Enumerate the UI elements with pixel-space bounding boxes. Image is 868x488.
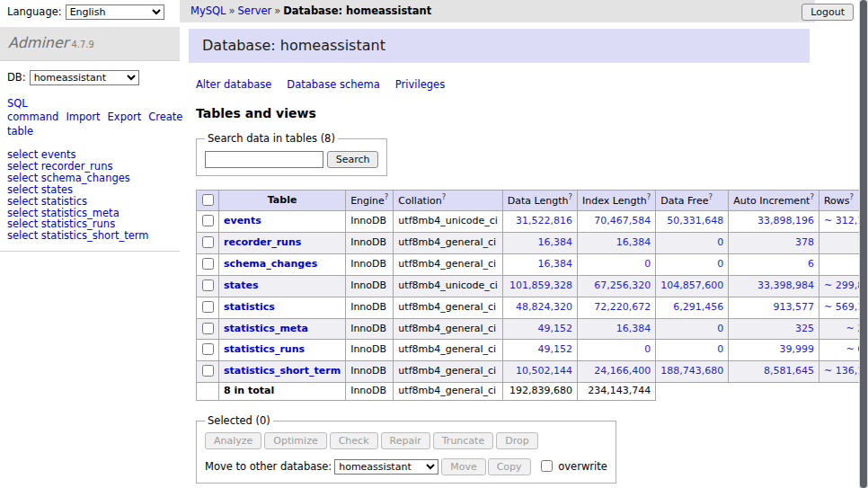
data-length-cell[interactable]: 49,152 [502, 318, 577, 340]
language-bar: Language:English [7, 4, 164, 20]
auto-increment-cell[interactable]: 39,999 [729, 340, 819, 361]
totals-index-length: 234,143,744 [578, 383, 656, 401]
row-checkbox[interactable] [202, 323, 214, 334]
column-help-link[interactable]: Collation [398, 195, 441, 207]
copy-button[interactable]: Copy [488, 458, 531, 475]
sidebar-action-link[interactable]: Export [108, 111, 142, 123]
move-db-select[interactable]: homeassistant [334, 459, 438, 475]
auto-increment-cell[interactable]: 6 [729, 254, 819, 276]
table-row: states InnoDB utf8mb4_unicode_ci 101,859… [197, 275, 868, 297]
db-select[interactable]: homeassistant [30, 70, 139, 85]
data-free-cell[interactable]: 0 [656, 233, 729, 254]
table-name-link[interactable]: statistics_runs [224, 343, 305, 355]
overwrite-option[interactable]: overwrite [537, 460, 607, 473]
row-checkbox[interactable] [202, 365, 214, 377]
row-check-cell [197, 233, 219, 254]
column-help-link[interactable]: Engine [350, 195, 385, 207]
table-name-link[interactable]: schema_changes [224, 258, 317, 270]
breadcrumb-separator: » [274, 4, 280, 17]
logout-button[interactable]: Logout [802, 4, 854, 21]
auto-increment-cell[interactable]: 8,581,645 [729, 361, 819, 383]
sidebar-action-link[interactable]: Import [66, 111, 100, 123]
collation-cell: utf8mb4_general_ci [394, 340, 502, 361]
row-checkbox[interactable] [202, 258, 214, 270]
scrollbar-thumb[interactable] [860, 0, 867, 488]
breadcrumb-server-link[interactable]: Server [238, 4, 272, 17]
row-checkbox[interactable] [202, 343, 214, 355]
table-name-link[interactable]: events [224, 215, 261, 226]
app-version: 4.7.9 [71, 40, 93, 49]
table-operation-button[interactable]: Repair [381, 432, 430, 449]
row-checkbox[interactable] [202, 279, 214, 291]
search-input[interactable] [205, 151, 323, 168]
row-checkbox[interactable] [202, 301, 214, 313]
data-length-cell[interactable]: 101,859,328 [502, 275, 577, 297]
table-name-link[interactable]: recorder_runs [224, 236, 301, 248]
sidebar: Adminer4.7.9 DB:homeassistant SQL comman… [0, 27, 180, 252]
index-length-cell[interactable]: 72,220,672 [578, 297, 656, 318]
data-length-cell[interactable]: 10,502,144 [502, 361, 577, 383]
row-checkbox[interactable] [202, 236, 214, 248]
table-name-link[interactable]: states [224, 279, 259, 291]
table-operation-button[interactable]: Truncate [433, 432, 493, 449]
data-free-cell[interactable]: 50,331,648 [656, 211, 729, 233]
column-help-link[interactable]: Index Length [582, 195, 647, 207]
index-length-cell[interactable]: 24,166,400 [578, 361, 656, 383]
auto-increment-cell[interactable]: 378 [729, 233, 819, 254]
engine-cell: InnoDB [346, 211, 394, 233]
collation-cell: utf8mb4_unicode_ci [394, 211, 502, 233]
auto-increment-cell[interactable]: 33,398,984 [729, 275, 819, 297]
column-header: Auto Increment? [729, 190, 819, 211]
move-button[interactable]: Move [441, 458, 486, 475]
adminer-logo-link[interactable]: Adminer [8, 34, 68, 51]
data-free-cell[interactable]: 0 [656, 318, 729, 340]
vertical-scrollbar[interactable] [859, 0, 868, 488]
column-help-link[interactable]: Data Length [508, 195, 569, 207]
language-select[interactable]: English [66, 4, 164, 20]
table-name-cell: schema_changes [219, 254, 346, 276]
select-table-link[interactable]: select [7, 229, 38, 242]
table-operation-button[interactable]: Optimize [264, 432, 326, 449]
db-action-link[interactable]: Alter database [196, 78, 271, 91]
column-help-link[interactable]: Data Free [660, 195, 708, 207]
row-checkbox[interactable] [202, 215, 214, 226]
overwrite-checkbox[interactable] [541, 460, 553, 472]
index-length-cell[interactable]: 0 [578, 340, 656, 361]
data-free-cell[interactable]: 188,743,680 [656, 361, 729, 383]
table-structure-link[interactable]: statistics_short_term [41, 229, 149, 242]
table-operation-button[interactable]: Analyze [205, 432, 261, 449]
sidebar-action-link[interactable]: SQL command [7, 97, 58, 124]
search-legend: Search data in tables (8) [205, 132, 338, 146]
data-free-cell[interactable]: 0 [656, 254, 729, 276]
search-button[interactable]: Search [327, 151, 379, 168]
breadcrumb-mysql-link[interactable]: MySQL [190, 4, 226, 17]
auto-increment-cell[interactable]: 913,577 [729, 297, 819, 318]
table-row: statistics InnoDB utf8mb4_general_ci 48,… [197, 297, 868, 318]
table-name-link[interactable]: statistics [224, 301, 275, 313]
data-free-cell[interactable]: 6,291,456 [656, 297, 729, 318]
data-length-cell[interactable]: 16,384 [502, 233, 577, 254]
table-operation-button[interactable]: Check [330, 432, 378, 449]
table-operation-button[interactable]: Drop [496, 432, 537, 449]
db-action-link[interactable]: Privileges [395, 78, 445, 91]
index-length-cell[interactable]: 67,256,320 [578, 275, 656, 297]
index-length-cell[interactable]: 70,467,584 [578, 211, 656, 233]
data-length-cell[interactable]: 16,384 [502, 254, 577, 276]
table-name-link[interactable]: statistics_short_term [224, 365, 341, 377]
auto-increment-cell[interactable]: 325 [729, 318, 819, 340]
data-length-cell[interactable]: 49,152 [502, 340, 577, 361]
data-free-cell[interactable]: 104,857,600 [656, 275, 729, 297]
column-help-link[interactable]: Auto Increment [733, 195, 810, 207]
column-help-link[interactable]: Rows [824, 195, 850, 207]
data-length-cell[interactable]: 31,522,816 [502, 211, 577, 233]
data-free-cell[interactable]: 0 [656, 340, 729, 361]
data-length-cell[interactable]: 48,824,320 [502, 297, 577, 318]
select-all-checkbox[interactable] [202, 194, 214, 206]
table-row: recorder_runs InnoDB utf8mb4_general_ci … [197, 233, 868, 254]
index-length-cell[interactable]: 16,384 [578, 233, 656, 254]
auto-increment-cell[interactable]: 33,898,196 [729, 211, 819, 233]
table-name-link[interactable]: statistics_meta [224, 323, 308, 334]
db-action-link[interactable]: Database schema [287, 78, 379, 91]
index-length-cell[interactable]: 0 [578, 254, 656, 276]
index-length-cell[interactable]: 16,384 [578, 318, 656, 340]
